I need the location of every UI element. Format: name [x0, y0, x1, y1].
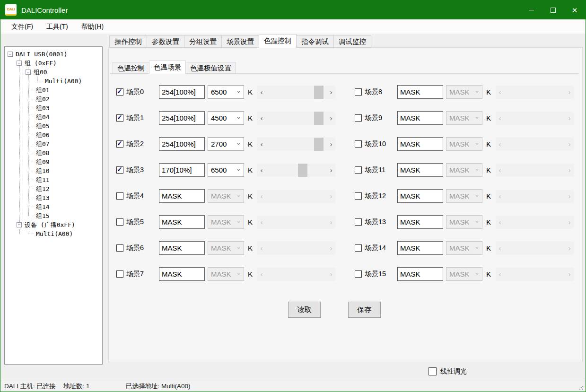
- scene-scrollbar[interactable]: [257, 216, 335, 229]
- scrollbar-track[interactable]: [504, 112, 565, 125]
- scene-scrollbar[interactable]: [257, 112, 335, 125]
- scene-scrollbar[interactable]: [496, 138, 574, 151]
- tab-4[interactable]: 色温控制: [259, 34, 297, 48]
- scene-scrollbar[interactable]: [257, 268, 335, 281]
- scene-checkbox[interactable]: [116, 192, 123, 200]
- scene-checkbox[interactable]: [116, 140, 123, 148]
- scroll-right-icon[interactable]: [327, 164, 335, 177]
- scene-checkbox[interactable]: [355, 244, 362, 252]
- scene-scrollbar[interactable]: [496, 112, 574, 125]
- scrollbar-track[interactable]: [504, 86, 565, 99]
- scene-scrollbar[interactable]: [257, 86, 335, 99]
- scene-checkbox[interactable]: [355, 270, 362, 278]
- scene-temp-select[interactable]: 6500: [208, 163, 244, 177]
- scrollbar-thumb[interactable]: [298, 164, 307, 177]
- scene-temp-select[interactable]: MASK: [446, 267, 482, 281]
- scroll-left-icon[interactable]: [496, 242, 504, 255]
- scene-level-input[interactable]: MASK: [397, 85, 443, 99]
- menu-item-0[interactable]: 文件(F): [5, 19, 40, 34]
- scroll-right-icon[interactable]: [565, 86, 574, 99]
- minimize-button[interactable]: [520, 0, 542, 19]
- scene-scrollbar[interactable]: [496, 268, 574, 281]
- scene-temp-select[interactable]: MASK: [446, 215, 482, 229]
- scene-checkbox[interactable]: [355, 140, 362, 148]
- subtab-1[interactable]: 色温场景: [149, 61, 186, 74]
- scene-checkbox[interactable]: [355, 166, 362, 174]
- scene-level-input[interactable]: MASK: [159, 189, 205, 203]
- scrollbar-track[interactable]: [504, 190, 565, 203]
- scene-level-input[interactable]: MASK: [397, 215, 443, 229]
- scene-temp-select[interactable]: MASK: [208, 215, 244, 229]
- collapse-icon[interactable]: [26, 70, 31, 75]
- scene-temp-select[interactable]: MASK: [208, 189, 244, 203]
- scroll-right-icon[interactable]: [327, 138, 335, 151]
- scene-temp-select[interactable]: MASK: [446, 189, 482, 203]
- scrollbar-track[interactable]: [266, 216, 327, 229]
- scroll-left-icon[interactable]: [496, 268, 504, 281]
- scene-level-input[interactable]: 254[100%]: [159, 137, 205, 151]
- scene-checkbox[interactable]: [355, 114, 362, 122]
- close-button[interactable]: ✕: [564, 0, 586, 19]
- scene-checkbox[interactable]: [116, 114, 123, 122]
- tab-2[interactable]: 分组设置: [184, 35, 222, 48]
- tab-6[interactable]: 调试监控: [333, 35, 371, 48]
- scene-level-input[interactable]: MASK: [159, 241, 205, 255]
- scene-checkbox[interactable]: [355, 218, 362, 226]
- subtab-2[interactable]: 色温极值设置: [185, 62, 236, 74]
- scene-temp-select[interactable]: 2700: [208, 137, 244, 151]
- scrollbar-track[interactable]: [266, 268, 327, 281]
- scene-temp-select[interactable]: MASK: [208, 241, 244, 255]
- scrollbar-thumb[interactable]: [314, 86, 324, 99]
- tab-1[interactable]: 参数设置: [147, 35, 184, 48]
- scrollbar-track[interactable]: [504, 164, 565, 177]
- scrollbar-track[interactable]: [266, 138, 327, 151]
- scene-checkbox[interactable]: [355, 192, 362, 200]
- scrollbar-track[interactable]: [504, 138, 565, 151]
- scene-level-input[interactable]: MASK: [397, 189, 443, 203]
- scrollbar-track[interactable]: [266, 112, 327, 125]
- scene-temp-select[interactable]: MASK: [446, 111, 482, 125]
- tab-5[interactable]: 指令调试: [296, 35, 334, 48]
- scene-checkbox[interactable]: [355, 88, 362, 96]
- scroll-right-icon[interactable]: [565, 112, 574, 125]
- scroll-right-icon[interactable]: [327, 112, 335, 125]
- subtab-0[interactable]: 色温控制: [113, 62, 149, 74]
- scrollbar-track[interactable]: [504, 242, 565, 255]
- scene-scrollbar[interactable]: [496, 164, 574, 177]
- tab-0[interactable]: 操作控制: [109, 35, 147, 48]
- save-button[interactable]: 保存: [348, 302, 381, 318]
- scroll-right-icon[interactable]: [565, 190, 574, 203]
- scene-scrollbar[interactable]: [257, 164, 335, 177]
- scroll-left-icon[interactable]: [496, 216, 504, 229]
- scene-level-input[interactable]: MASK: [397, 163, 443, 177]
- scroll-left-icon[interactable]: [496, 164, 504, 177]
- scroll-right-icon[interactable]: [565, 268, 574, 281]
- scroll-left-icon[interactable]: [257, 112, 266, 125]
- tab-3[interactable]: 场景设置: [221, 35, 259, 48]
- scene-temp-select[interactable]: MASK: [446, 163, 482, 177]
- scroll-left-icon[interactable]: [257, 86, 266, 99]
- scene-checkbox[interactable]: [116, 270, 123, 278]
- scroll-left-icon[interactable]: [257, 138, 266, 151]
- scene-level-input[interactable]: MASK: [397, 241, 443, 255]
- scroll-left-icon[interactable]: [496, 86, 504, 99]
- scroll-left-icon[interactable]: [257, 268, 266, 281]
- scene-level-input[interactable]: 254[100%]: [159, 85, 205, 99]
- menu-item-1[interactable]: 工具(T): [40, 19, 75, 34]
- scene-level-input[interactable]: MASK: [159, 215, 205, 229]
- scene-checkbox[interactable]: [116, 166, 123, 174]
- scroll-left-icon[interactable]: [257, 190, 266, 203]
- collapse-icon[interactable]: [8, 52, 13, 57]
- collapse-icon[interactable]: [17, 61, 22, 66]
- scene-scrollbar[interactable]: [257, 242, 335, 255]
- collapse-icon[interactable]: [17, 222, 22, 227]
- scroll-right-icon[interactable]: [565, 216, 574, 229]
- scene-scrollbar[interactable]: [496, 216, 574, 229]
- scene-level-input[interactable]: 254[100%]: [159, 111, 205, 125]
- scene-scrollbar[interactable]: [257, 138, 335, 151]
- linear-dimming-checkbox[interactable]: [429, 367, 437, 375]
- read-button[interactable]: 读取: [288, 302, 321, 318]
- scroll-right-icon[interactable]: [327, 216, 335, 229]
- scrollbar-track[interactable]: [266, 190, 327, 203]
- scene-level-input[interactable]: MASK: [397, 267, 443, 281]
